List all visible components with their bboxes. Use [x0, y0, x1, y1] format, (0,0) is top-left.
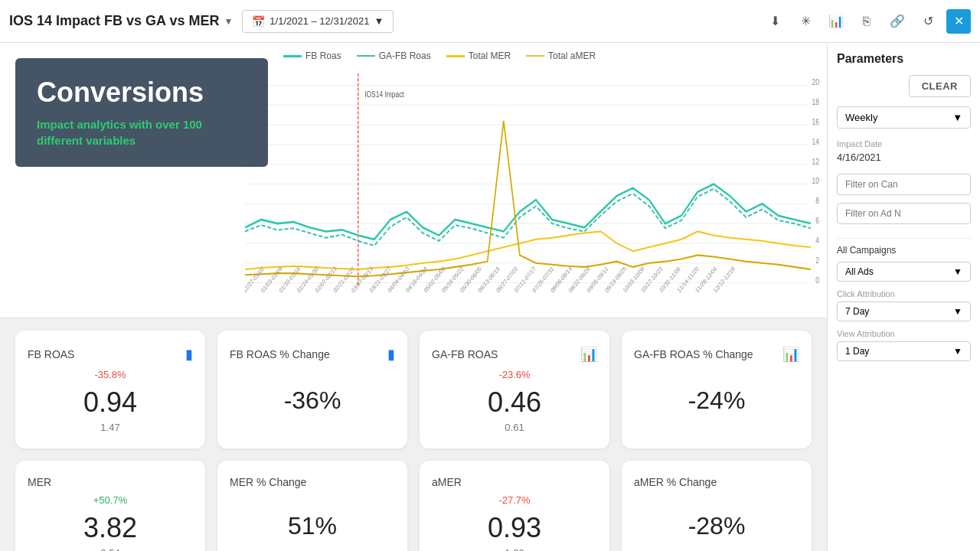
- card-fb-roas-change: -35.8%: [94, 369, 126, 380]
- view-attribution-select[interactable]: 1 Day ▼: [837, 341, 971, 361]
- svg-text:20: 20: [812, 78, 818, 87]
- svg-text:8: 8: [815, 196, 819, 205]
- date-range-button[interactable]: 📅 1/1/2021 – 12/31/2021 ▼: [242, 10, 394, 33]
- card-fb-roas-pct-change: [311, 369, 314, 380]
- legend-total-mer-label: Total MER: [469, 51, 511, 61]
- card-mer-sub: 2.54: [100, 547, 119, 551]
- card-mer-title: MER: [28, 476, 51, 488]
- bar-chart-icon: 📊: [580, 346, 597, 363]
- card-mer-change-pct: MER % Change 51%: [217, 461, 407, 551]
- svg-text:10: 10: [812, 177, 818, 186]
- card-mer-pct-sub: [311, 543, 314, 551]
- card-ga-fb-roas-pct-main: -24%: [688, 386, 746, 415]
- legend-fb-roas-label: FB Roas: [305, 51, 341, 61]
- svg-text:0: 0: [815, 276, 819, 285]
- refresh-icon[interactable]: ↺: [916, 9, 940, 34]
- card-ga-fb-roas-header: GA-FB ROAS 📊: [432, 346, 597, 363]
- svg-text:6: 6: [815, 216, 819, 225]
- sidebar-title: Parameters: [837, 52, 971, 66]
- chart-icon[interactable]: 📊: [824, 9, 848, 34]
- card-amer-pct-header: aMER % Change: [634, 476, 799, 488]
- card-ga-fb-roas-pct-title: GA-FB ROAS % Change: [634, 348, 753, 360]
- weekly-label: Weekly: [845, 112, 877, 123]
- card-mer-pct-change: [311, 494, 314, 506]
- card-fb-roas-pct-title: FB ROAS % Change: [230, 348, 330, 360]
- calendar-icon: 📅: [252, 15, 265, 28]
- view-attribution-chevron-icon: ▼: [953, 346, 962, 357]
- card-fb-roas-pct-sub: [311, 418, 314, 429]
- click-attribution-value: 7 Day: [845, 306, 869, 317]
- legend-ga-fb-roas: GA-FB Roas: [357, 51, 431, 61]
- card-amer-pct-sub: [715, 543, 718, 551]
- sidebar-divider: [837, 238, 971, 239]
- legend-total-amer-label: Total aMER: [548, 51, 596, 61]
- chart-container: 20 18 16 14 12 10 8 6 4 2 0: [245, 73, 827, 295]
- conversions-title: Conversions: [37, 77, 247, 109]
- legend-total-mer-line: [446, 55, 465, 57]
- card-fb-roas: FB ROAS ▮ -35.8% 0.94 1.47: [15, 331, 205, 448]
- legend-fb-roas-line: [283, 55, 302, 57]
- weekly-select[interactable]: Weekly ▼: [837, 106, 971, 129]
- all-ads-select[interactable]: All Ads ▼: [837, 262, 971, 282]
- card-amer: aMER -27.7% 0.93 1.29: [420, 461, 609, 551]
- legend-total-mer: Total MER: [446, 51, 511, 61]
- all-campaigns-text: All Campaigns: [837, 245, 971, 256]
- close-button[interactable]: ✕: [946, 9, 971, 34]
- card-mer-pct-main: 51%: [288, 512, 337, 540]
- card-ga-fb-roas-title: GA-FB ROAS: [432, 348, 498, 360]
- card-ga-fb-roas-change-pct: GA-FB ROAS % Change 📊 -24%: [622, 331, 812, 448]
- facebook-icon-2: ▮: [387, 346, 395, 363]
- date-range-chevron-icon: ▼: [374, 15, 384, 27]
- card-amer-pct-title: aMER % Change: [634, 476, 717, 488]
- card-fb-roas-title: FB ROAS: [28, 348, 74, 360]
- card-amer-header: aMER: [432, 476, 597, 488]
- filter-ad-input[interactable]: [837, 203, 971, 224]
- legend-total-amer: Total aMER: [526, 51, 596, 61]
- click-attribution-select[interactable]: 7 Day ▼: [837, 302, 971, 321]
- title-chevron-icon[interactable]: ▼: [224, 16, 233, 27]
- main-layout: Conversions Impact analytics with over 1…: [0, 43, 980, 551]
- card-fb-roas-main: 0.94: [83, 386, 137, 419]
- bar-chart-icon-2: 📊: [782, 346, 799, 363]
- card-ga-fb-roas-main: 0.46: [488, 386, 541, 419]
- card-amer-pct-change: [715, 494, 718, 506]
- card-ga-fb-roas-pct-change: [715, 369, 718, 380]
- conversions-overlay: Conversions Impact analytics with over 1…: [15, 58, 268, 167]
- all-ads-chevron-icon: ▼: [953, 266, 962, 277]
- svg-text:2: 2: [815, 256, 819, 265]
- clear-button[interactable]: CLEAR: [909, 75, 971, 97]
- card-fb-roas-pct-main: -36%: [284, 386, 341, 415]
- card-fb-roas-sub: 1.47: [100, 422, 119, 433]
- dashboard-title: IOS 14 Impact FB vs GA vs MER ▼: [9, 13, 233, 29]
- card-fb-roas-pct-header: FB ROAS % Change ▮: [230, 346, 395, 363]
- copy-icon[interactable]: ⎘: [854, 9, 879, 34]
- card-ga-fb-roas-change: -23.6%: [498, 369, 530, 380]
- card-amer-pct-main: -28%: [688, 512, 746, 540]
- card-mer-main: 3.82: [83, 512, 137, 544]
- impact-date-value: 4/16/2021: [837, 152, 971, 163]
- filter-campaign-input[interactable]: [837, 174, 971, 195]
- card-ga-fb-roas-pct-sub: [715, 418, 718, 429]
- impact-date-label: Impact Date: [837, 139, 971, 148]
- chart-svg: 20 18 16 14 12 10 8 6 4 2 0: [245, 73, 827, 295]
- card-amer-change: -27.7%: [498, 494, 530, 506]
- svg-text:IOS14 Impact: IOS14 Impact: [364, 90, 404, 99]
- header: IOS 14 Impact FB vs GA vs MER ▼ 📅 1/1/20…: [0, 0, 980, 43]
- legend-ga-fb-roas-label: GA-FB Roas: [379, 51, 431, 61]
- card-amer-title: aMER: [432, 476, 462, 488]
- view-attribution-value: 1 Day: [845, 346, 869, 357]
- download-icon[interactable]: ⬇: [763, 9, 787, 34]
- snowflake-icon[interactable]: ✳: [793, 9, 818, 34]
- svg-text:12: 12: [812, 157, 818, 166]
- card-mer-pct-title: MER % Change: [230, 476, 306, 488]
- svg-text:18: 18: [812, 97, 818, 106]
- click-attribution-chevron-icon: ▼: [953, 306, 962, 317]
- cards-row-1: FB ROAS ▮ -35.8% 0.94 1.47 FB ROAS % Cha…: [15, 331, 812, 448]
- card-ga-fb-roas: GA-FB ROAS 📊 -23.6% 0.46 0.61: [420, 331, 609, 448]
- chart-legend: FB Roas GA-FB Roas Total MER Total aMER: [283, 51, 596, 61]
- link-icon[interactable]: 🔗: [885, 9, 910, 34]
- all-ads-label: All Ads: [845, 266, 874, 277]
- legend-ga-fb-roas-line: [357, 55, 375, 57]
- svg-text:4: 4: [815, 236, 819, 245]
- card-fb-roas-change-pct: FB ROAS % Change ▮ -36%: [217, 331, 407, 448]
